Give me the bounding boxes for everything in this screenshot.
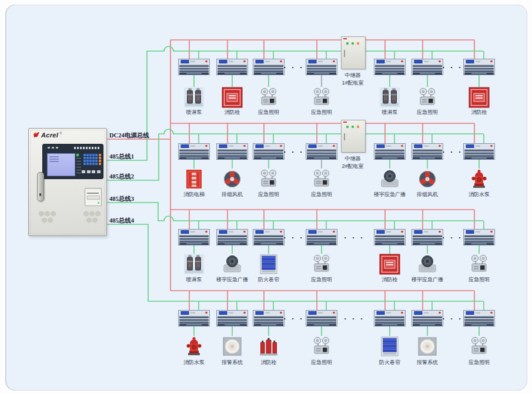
power-monitor-module <box>216 59 248 75</box>
device-label: 消防水泵 <box>453 191 506 198</box>
repeater-led-orange <box>357 126 359 128</box>
device-label: 报警系统 <box>401 359 454 366</box>
spray-pump-icon <box>183 254 205 275</box>
hydrant-box-icon <box>222 87 243 108</box>
power-monitor-module <box>253 310 285 326</box>
continuation-dots: · · · <box>283 147 305 156</box>
continuation-dots: · · · <box>283 233 305 242</box>
device-label: 排烟风机 <box>401 191 454 198</box>
power-monitor-module <box>306 229 337 245</box>
device-label: 应急照明 <box>401 109 454 116</box>
power-monitor-module <box>216 229 248 245</box>
repeater-door-handle <box>344 50 345 57</box>
emergency-light-icon <box>311 87 332 108</box>
repeater-brand-mark <box>343 122 347 123</box>
device-label: 消防栓 <box>453 109 506 116</box>
device-label: 应急照明 <box>295 276 348 284</box>
continuation-dots: · · · <box>442 314 463 323</box>
repeater-cabinet <box>341 120 366 153</box>
repeater-name: 中继器 <box>329 72 376 79</box>
smoke-fan-icon <box>222 169 243 190</box>
emergency-light-icon <box>311 254 332 275</box>
fire-pump-icon <box>183 336 205 357</box>
power-monitor-module <box>374 229 406 245</box>
power-monitor-module <box>463 143 495 160</box>
hydrant-box-icon <box>379 254 400 275</box>
emergency-light-icon <box>417 87 438 108</box>
power-monitor-module <box>253 143 285 160</box>
power-monitor-module <box>178 229 210 245</box>
broadcast-icon <box>417 254 438 275</box>
power-monitor-module <box>411 310 443 326</box>
alarm-icon <box>417 336 438 357</box>
repeater-led-green2 <box>352 126 354 128</box>
power-monitor-module <box>178 310 210 326</box>
repeater-location: 1#配电室 <box>329 79 376 87</box>
device-label: 防火卷帘 <box>242 276 295 284</box>
power-monitor-module <box>374 143 406 160</box>
repeater-name: 中继器 <box>329 155 376 163</box>
device-label: 应急照明 <box>453 359 506 366</box>
power-monitor-module <box>306 310 337 326</box>
device-rows: 喷淋泵 消防栓 应急照明· · · <box>0 0 532 394</box>
repeater-led-green <box>346 126 349 128</box>
continuation-dots: · · · <box>283 314 305 323</box>
device-label: 应急照明 <box>242 191 295 198</box>
power-monitor-module <box>463 229 495 245</box>
device-label: 应急照明 <box>242 109 295 116</box>
continuation-dots: · · · <box>442 147 463 156</box>
topology-diagram-canvas: Acrel ® <box>0 0 532 394</box>
repeater-led-green <box>346 42 349 45</box>
power-monitor-module <box>463 310 495 326</box>
device-label: 消防栓 <box>242 359 295 366</box>
hydrant-box-icon <box>469 87 490 108</box>
repeater-location: 2#配电室 <box>329 163 376 170</box>
repeater-door-handle <box>344 133 345 140</box>
repeater-brand-mark <box>343 38 347 39</box>
broadcast-icon <box>379 169 400 190</box>
broadcast-icon <box>222 254 243 275</box>
device-label: 楼宇应急广播 <box>401 276 454 284</box>
power-monitor-module <box>463 59 495 75</box>
power-monitor-module <box>178 143 210 160</box>
power-monitor-module <box>216 310 248 326</box>
alarm-icon <box>222 336 243 357</box>
continuation-dots: · · · <box>283 63 305 72</box>
emergency-light-icon <box>258 169 279 190</box>
fire-pump-icon <box>469 169 490 190</box>
power-monitor-module <box>253 59 285 75</box>
device-label: 应急照明 <box>295 191 348 198</box>
device-label: 应急照明 <box>295 109 348 116</box>
continuation-dots: · · · <box>344 233 365 242</box>
emergency-light-icon <box>258 87 279 108</box>
continuation-dots: · · · <box>442 63 463 72</box>
spray-pump-icon <box>379 87 400 108</box>
repeater-cabinet <box>341 36 366 69</box>
repeater-led-green2 <box>352 42 354 45</box>
device-label: 应急照明 <box>295 359 348 366</box>
smoke-fan-icon <box>417 169 438 190</box>
emergency-light-icon <box>311 336 332 357</box>
power-monitor-module <box>411 143 443 160</box>
fire-elevator-icon <box>183 169 205 190</box>
power-monitor-module <box>253 229 285 245</box>
emergency-light-icon <box>469 336 490 357</box>
power-monitor-module <box>178 59 210 75</box>
fire-shutter-icon <box>379 336 400 357</box>
power-monitor-module <box>411 229 443 245</box>
emergency-light-icon <box>469 254 490 275</box>
repeater-led-orange <box>357 42 359 45</box>
power-monitor-module <box>374 59 406 75</box>
power-monitor-module <box>374 310 406 326</box>
emergency-light-icon <box>311 169 332 190</box>
extinguishers-icon <box>258 336 279 357</box>
device-label: 应急照明 <box>453 276 506 284</box>
power-monitor-module <box>216 143 248 160</box>
spray-pump-icon <box>183 87 205 108</box>
continuation-dots: · · · <box>344 314 365 323</box>
fire-shutter-icon <box>258 254 279 275</box>
continuation-dots: · · · <box>442 233 463 242</box>
power-monitor-module <box>411 59 443 75</box>
